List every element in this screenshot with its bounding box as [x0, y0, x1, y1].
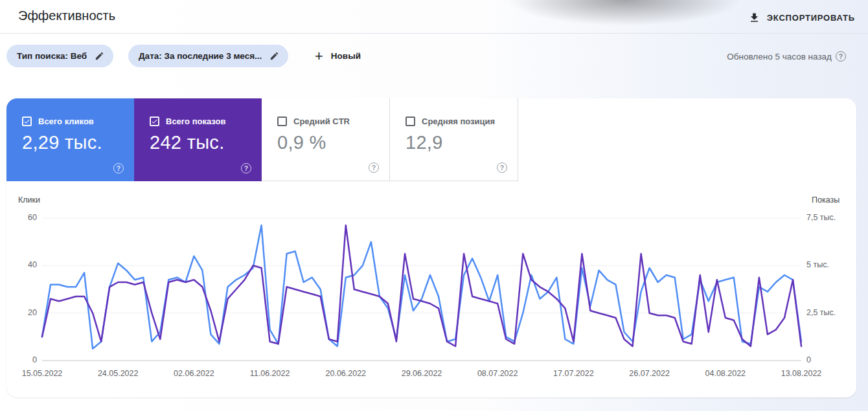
x-axis-tick: 08.07.2022: [477, 369, 518, 378]
last-updated-status: Обновлено 5 часов назад ?: [727, 51, 846, 61]
x-axis-tick: 17.07.2022: [553, 369, 594, 378]
clicks-line: [42, 225, 801, 349]
page-title: Эффективность: [18, 8, 115, 23]
performance-line-chart[interactable]: [6, 98, 856, 397]
left-axis-tick: 60: [6, 213, 37, 222]
right-axis-tick: 5 тыс.: [806, 260, 829, 269]
plus-icon: +: [315, 49, 323, 63]
export-button[interactable]: ЭКСПОРТИРОВАТЬ: [743, 6, 860, 28]
x-axis-tick: 15.05.2022: [22, 369, 63, 378]
impressions-line: [42, 225, 801, 346]
download-icon: [748, 12, 760, 24]
export-button-label: ЭКСПОРТИРОВАТЬ: [767, 13, 855, 23]
filter-bar: Тип поиска: Веб Дата: За последние 3 мес…: [0, 34, 868, 78]
right-axis-tick: 7,5 тыс.: [806, 213, 836, 222]
right-axis-tick: 0: [806, 355, 811, 364]
last-updated-text: Обновлено 5 часов назад: [727, 52, 832, 61]
date-filter-chip[interactable]: Дата: За последние 3 меся...: [128, 45, 288, 67]
x-axis-tick: 26.07.2022: [629, 369, 670, 378]
help-icon[interactable]: ?: [836, 51, 846, 61]
page-header: Эффективность ЭКСПОРТИРОВАТЬ: [0, 0, 868, 34]
left-axis-tick: 0: [6, 355, 37, 364]
date-chip-label: Дата: За последние 3 меся...: [139, 51, 262, 61]
search-type-chip-label: Тип поиска: Веб: [17, 51, 87, 61]
x-axis-tick: 29.06.2022: [402, 369, 442, 378]
search-type-filter-chip[interactable]: Тип поиска: Веб: [6, 45, 113, 67]
x-axis-tick: 13.08.2022: [781, 369, 822, 378]
edit-pencil-icon: [95, 51, 104, 61]
left-axis-tick: 40: [6, 260, 37, 269]
new-filter-button-label: Новый: [331, 51, 361, 61]
edit-pencil-icon: [269, 51, 279, 61]
right-axis-tick: 2,5 тыс.: [806, 308, 836, 317]
x-axis-tick: 20.06.2022: [326, 369, 367, 378]
x-axis-tick: 04.08.2022: [705, 369, 746, 378]
x-axis-tick: 02.06.2022: [174, 369, 214, 378]
new-filter-button[interactable]: + Новый: [308, 45, 367, 67]
performance-panel: Всего кликов 2,29 тыс. ? Всего показов 2…: [6, 98, 856, 397]
x-axis-tick: 11.06.2022: [250, 369, 290, 378]
left-axis-tick: 20: [6, 308, 37, 317]
header-shadow-artifact: [453, 0, 764, 38]
x-axis-tick: 24.05.2022: [98, 369, 139, 378]
